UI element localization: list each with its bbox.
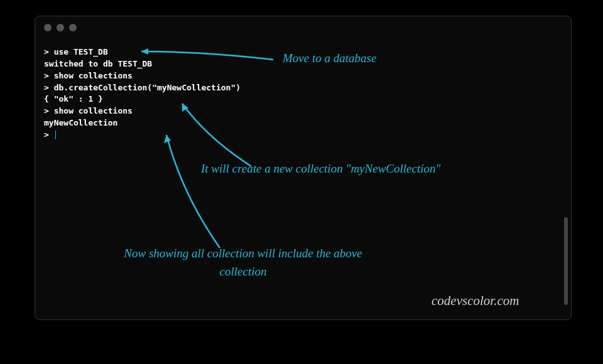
- annotation-show-collections: Now showing all collection will include …: [121, 244, 366, 281]
- terminal-line: > show collections: [44, 105, 562, 117]
- close-icon[interactable]: [44, 24, 52, 31]
- window-controls: [44, 24, 77, 31]
- annotation-create-collection: It will create a new collection "myNewCo…: [201, 162, 440, 176]
- watermark: codevscolor.com: [432, 293, 519, 309]
- annotation-move-db: Move to a database: [283, 51, 376, 65]
- prompt-text: >: [44, 130, 54, 139]
- terminal-line: { "ok" : 1 }: [44, 94, 562, 105]
- maximize-icon[interactable]: [69, 24, 77, 31]
- terminal-line: > db.createCollection("myNewCollection"): [44, 82, 562, 94]
- terminal-prompt: >: [44, 129, 562, 141]
- terminal-line: myNewCollection: [44, 117, 562, 129]
- cursor-icon: [55, 131, 56, 139]
- scrollbar[interactable]: [564, 217, 568, 305]
- terminal-line: > show collections: [44, 70, 562, 82]
- minimize-icon[interactable]: [57, 24, 64, 31]
